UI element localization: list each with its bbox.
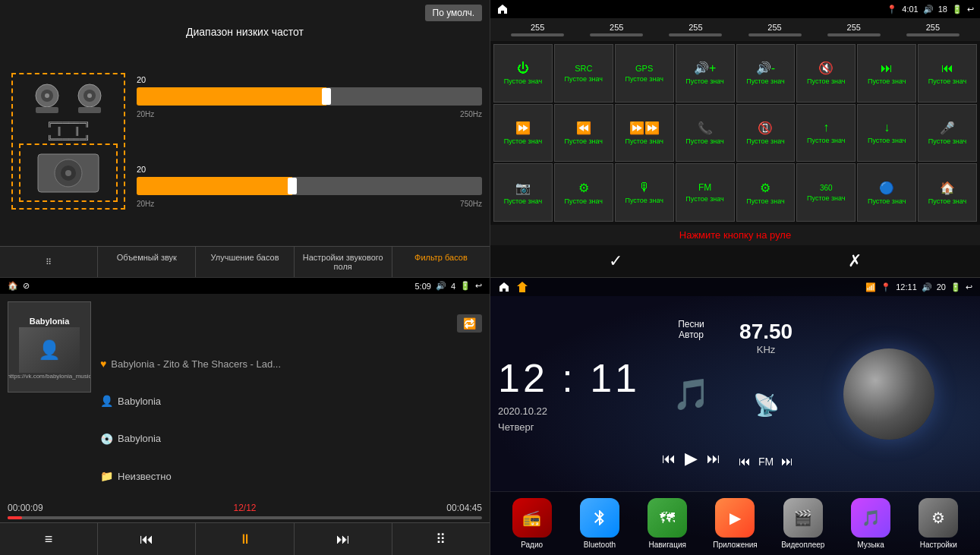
confirm-button[interactable]: ✓	[609, 251, 622, 271]
music-controls: ⏮ ▶ ⏭	[662, 449, 720, 468]
app-video[interactable]: 🎬 Видеоплеер	[777, 498, 830, 549]
btn-vol-down[interactable]: 🔊-Пустое знач	[736, 44, 796, 102]
slider-bar-1[interactable]	[511, 33, 564, 36]
btn-mute[interactable]: 🔇Пустое знач	[796, 44, 856, 102]
eq-button[interactable]: ⠿	[392, 523, 490, 555]
battery-bl: 🔋	[460, 281, 471, 291]
btn-ff[interactable]: ⏩⏩Пустое знач	[615, 104, 674, 162]
planet-visual	[805, 302, 972, 485]
bluetooth-app-label: Bluetooth	[584, 541, 616, 549]
music-play[interactable]: ▶	[685, 449, 698, 468]
artist-icon: 👤	[100, 395, 113, 407]
app-music[interactable]: 🎵 Музыка	[844, 498, 897, 549]
bass-sliders: 20 20Hz 250Hz 20	[137, 44, 482, 238]
album-image: 👤	[19, 327, 80, 373]
default-button[interactable]: По умолч.	[425, 5, 482, 21]
sliders-row: 255 255 255 255 255 255	[490, 18, 980, 41]
btn-src[interactable]: SRCПустое знач	[554, 44, 613, 102]
btn-360[interactable]: 360Пустое знач	[796, 163, 856, 222]
prev-button[interactable]: ⏮	[98, 523, 196, 555]
pause-button[interactable]: ⏸	[196, 523, 294, 555]
btn-mic[interactable]: 🎤Пустое знач	[918, 104, 977, 162]
volume-level: 18	[938, 5, 947, 14]
home-screen: 📶 📍 12:11 🔊 20 🔋 ↩ 12 : 11 2020.10.22 Че…	[490, 277, 980, 555]
music-label1: Песни	[678, 319, 704, 330]
next-button[interactable]: ⏭	[295, 523, 392, 555]
app-settings[interactable]: ⚙ Настройки	[912, 498, 965, 549]
tab-surround[interactable]: Объемный звук	[98, 247, 196, 277]
btn-skip-back[interactable]: ⏪Пустое знач	[554, 104, 613, 162]
slider-bar-5[interactable]	[827, 33, 881, 36]
repeat-button[interactable]: 🔁	[457, 314, 482, 333]
speaker-visual-area: ╔══════╗║ ║╚══════╝	[8, 44, 129, 238]
tab-bass-filter[interactable]: Фильтр басов	[392, 247, 490, 277]
playlist-button[interactable]: ≡	[0, 523, 98, 555]
track-info: 🔁 ♥ Babylonia - Zito & The Shacers - Lad…	[100, 301, 482, 495]
slider1-track[interactable]	[137, 87, 482, 106]
app-radio[interactable]: 📻 Радио	[506, 498, 559, 549]
btn-settings3[interactable]: ⚙Пустое знач	[736, 163, 796, 222]
tab-bass-enhance[interactable]: Улучшение басов	[196, 247, 294, 277]
slider1-min: 20Hz	[137, 110, 154, 118]
unknown-text: Неизвестно	[118, 471, 172, 482]
tab-eq-icon[interactable]: ⠿	[0, 247, 98, 277]
progress-fill	[8, 516, 22, 519]
cancel-icon-bl: ⊘	[23, 281, 30, 291]
svg-rect-7	[78, 107, 101, 113]
music-next[interactable]: ⏭	[707, 451, 720, 467]
btn-skip-fwd[interactable]: ⏩Пустое знач	[493, 104, 553, 162]
nav-app-icon: 🗺	[648, 498, 687, 538]
radio-unit: KHz	[757, 344, 776, 355]
btn-power[interactable]: ⏻Пустое знач	[493, 44, 553, 102]
apps-app-icon: ▶	[715, 498, 755, 538]
panel-title: Диапазон низких частот	[0, 26, 490, 38]
slider-val-3: 255	[689, 23, 702, 32]
back-br[interactable]: ↩	[966, 282, 972, 292]
radio-next[interactable]: ⏭	[781, 455, 793, 468]
app-applications[interactable]: ▶ Приложения	[708, 498, 761, 549]
slider2-track[interactable]	[137, 177, 482, 195]
heart-icon[interactable]: ♥	[100, 358, 106, 370]
btn-bluetooth[interactable]: 🔵Пустое знач	[857, 163, 916, 222]
status-bar-bottom-right: 📶 📍 12:11 🔊 20 🔋 ↩	[490, 278, 980, 296]
svg-rect-3	[36, 107, 58, 113]
btn-scroll-up[interactable]: ↑Пустое знач	[796, 104, 856, 162]
music-prev[interactable]: ⏮	[662, 451, 676, 467]
back-bl[interactable]: ↩	[475, 281, 482, 291]
tab-sound-field[interactable]: Настройки звукового поля	[295, 247, 392, 277]
btn-home2[interactable]: 🏠Пустое знач	[918, 163, 977, 222]
slider-row-1: 20 20Hz 250Hz	[137, 75, 482, 118]
btn-mic2[interactable]: 🎙Пустое знач	[615, 163, 674, 222]
battery-br: 🔋	[950, 282, 961, 292]
apps-app-label: Приложения	[713, 541, 758, 549]
slider-bar-6[interactable]	[906, 33, 960, 36]
planet-sphere	[843, 348, 934, 440]
btn-settings2[interactable]: ⚙Пустое знач	[554, 163, 613, 222]
music-icon: 🎵	[673, 377, 711, 412]
slider-bar-3[interactable]	[669, 33, 722, 36]
antenna-icon: 📡	[753, 393, 780, 418]
btn-next-track[interactable]: ⏭Пустое знач	[857, 44, 916, 102]
radio-prev[interactable]: ⏮	[739, 455, 751, 468]
btn-call[interactable]: 📞Пустое знач	[676, 104, 735, 162]
cancel-button[interactable]: ✗	[848, 251, 862, 271]
slider-bar-4[interactable]	[748, 33, 802, 36]
slider-bar-2[interactable]	[590, 33, 643, 36]
progress-area: 00:00:09 12/12 00:04:45	[0, 503, 490, 522]
confirm-cancel-row: ✓ ✗	[490, 245, 980, 277]
app-navigation[interactable]: 🗺 Навигация	[641, 498, 694, 549]
btn-scroll-down[interactable]: ↓Пустое знач	[857, 104, 916, 162]
btn-camera[interactable]: 📷Пустое знач	[493, 163, 553, 222]
app-bluetooth[interactable]: Bluetooth	[573, 498, 626, 549]
btn-fm[interactable]: FMПустое знач	[676, 163, 735, 222]
clock-section: 12 : 11 2020.10.22 Четверг	[498, 302, 650, 485]
back-icon[interactable]: ↩	[967, 5, 974, 14]
btn-end-call[interactable]: 📵Пустое знач	[736, 104, 796, 162]
btn-vol-up[interactable]: 🔊+Пустое знач	[676, 44, 735, 102]
unknown-row: 📁 Неизвестно	[100, 470, 482, 482]
time-display: 4:01	[902, 5, 918, 14]
btn-prev-track[interactable]: ⏮Пустое знач	[918, 44, 977, 102]
btn-gps[interactable]: GPSПустое знач	[615, 44, 674, 102]
progress-bar[interactable]	[8, 516, 482, 519]
slider-item-1: 255	[511, 23, 564, 36]
